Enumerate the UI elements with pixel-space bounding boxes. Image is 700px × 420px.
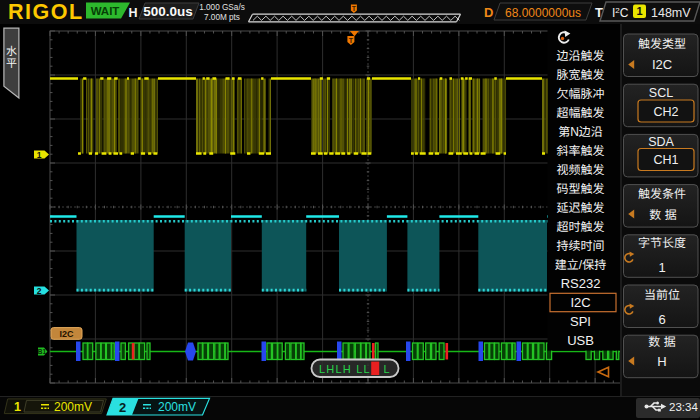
svg-text:T: T: [349, 37, 354, 44]
svg-text:SDA: SDA: [648, 135, 674, 149]
svg-text:23:34: 23:34: [669, 401, 698, 413]
svg-text:T: T: [352, 5, 357, 12]
svg-text:I2C: I2C: [612, 6, 629, 20]
svg-text:1: 1: [636, 5, 642, 17]
svg-text:L: L: [384, 363, 390, 375]
svg-text:WAIT: WAIT: [91, 5, 120, 17]
svg-text:200mV: 200mV: [54, 400, 92, 414]
svg-text:触发条件: 触发条件: [638, 187, 686, 201]
svg-text:68.0000000us: 68.0000000us: [505, 6, 581, 20]
svg-text:边沿触发: 边沿触发: [556, 49, 604, 63]
svg-text:H: H: [657, 354, 666, 369]
svg-text:平: 平: [6, 57, 17, 69]
svg-text:7.00M pts: 7.00M pts: [204, 13, 240, 22]
svg-text:I2C: I2C: [59, 329, 74, 339]
svg-text:视频触发: 视频触发: [556, 163, 604, 177]
svg-text:CH1: CH1: [653, 153, 678, 167]
svg-text:CH2: CH2: [653, 105, 678, 119]
svg-text:触发类型: 触发类型: [638, 37, 686, 51]
svg-text:2: 2: [119, 400, 126, 415]
svg-text:I2C: I2C: [570, 295, 590, 310]
svg-text:RS232: RS232: [561, 276, 601, 291]
svg-text:欠幅脉冲: 欠幅脉冲: [556, 87, 604, 101]
svg-text:码型触发: 码型触发: [556, 182, 604, 196]
svg-text:I2C: I2C: [652, 57, 672, 72]
svg-text:RIGOL: RIGOL: [8, 0, 84, 24]
svg-text:B1: B1: [38, 348, 47, 355]
svg-text:1.000 GSa/s: 1.000 GSa/s: [199, 3, 245, 12]
svg-text:USB: USB: [567, 333, 594, 348]
svg-text:超时触发: 超时触发: [556, 220, 604, 234]
svg-text:斜率触发: 斜率触发: [556, 144, 604, 158]
svg-text:延迟触发: 延迟触发: [556, 201, 604, 215]
svg-text:建立/保持: 建立/保持: [555, 258, 606, 272]
svg-text:SPI: SPI: [570, 314, 591, 329]
svg-text:脉宽触发: 脉宽触发: [556, 68, 604, 82]
svg-text:2: 2: [37, 286, 42, 296]
svg-text:超幅触发: 超幅触发: [556, 106, 604, 120]
svg-text:500.0us: 500.0us: [143, 4, 193, 19]
svg-text:当前位: 当前位: [644, 288, 680, 302]
svg-text:1: 1: [37, 150, 42, 160]
svg-text:持续时间: 持续时间: [556, 239, 604, 253]
svg-text:水: 水: [6, 45, 17, 57]
svg-text:200mV: 200mV: [158, 400, 196, 414]
svg-text:D: D: [484, 5, 493, 20]
svg-text:LHLH LL: LHLH LL: [319, 363, 371, 375]
svg-text:148mV: 148mV: [651, 6, 691, 20]
svg-text:字节长度: 字节长度: [638, 236, 686, 250]
svg-text:第N边沿: 第N边沿: [558, 125, 603, 139]
svg-text:数 据: 数 据: [648, 335, 675, 349]
svg-text:1: 1: [14, 400, 21, 414]
svg-text:H: H: [128, 6, 137, 20]
svg-text:1: 1: [658, 260, 665, 275]
svg-text:数 据: 数 据: [649, 208, 676, 222]
svg-text:SCL: SCL: [649, 86, 673, 100]
svg-text:6: 6: [658, 312, 665, 327]
